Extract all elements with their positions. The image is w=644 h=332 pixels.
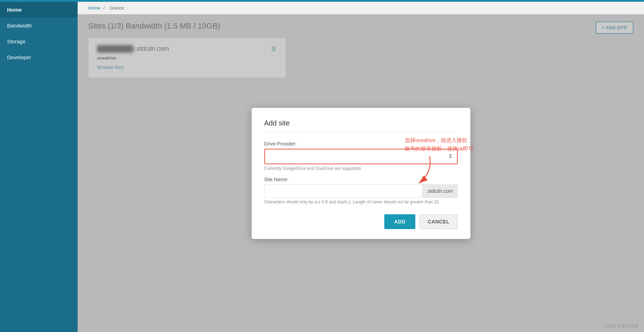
sidebar-item-home[interactable]: Home (0, 2, 78, 18)
modal-footer: ADD CANCEL (264, 214, 458, 229)
main-content: Home / Glance Sites (1/3) Bandwidth (1.5… (78, 2, 644, 332)
drive-provider-label: Drive Provider: (264, 141, 458, 147)
sidebar-item-bandwidth[interactable]: Bandwidth (0, 18, 78, 33)
sidebar-item-developer[interactable]: Developer (0, 49, 78, 65)
modal-title: Add site (264, 119, 458, 133)
site-name-label: Site Name: (264, 177, 458, 182)
drive-select-wrapper: GoogleDrive OneDrive ⇕ (264, 149, 458, 164)
site-name-input[interactable] (264, 184, 422, 198)
breadcrumb-current: Glance (110, 5, 124, 11)
cancel-button[interactable]: CANCEL (420, 214, 457, 229)
site-name-hint: Characters should only be a-z 0-9 and da… (264, 199, 458, 204)
content-area: Sites (1/3) Bandwidth (1.5 MB / 10GB) + … (78, 14, 644, 332)
site-name-suffix: .stdcdn.com (422, 184, 457, 198)
sidebar: Home Bandwidth Storage Developer (0, 2, 78, 332)
modal-overlay: Add site 选择onedrive，就进入微软 账号的登录授权，选择ok即可 (78, 14, 644, 332)
drive-provider-hint: Currently GoogleDrive and OneDrive are s… (264, 166, 458, 171)
add-site-modal: Add site 选择onedrive，就进入微软 账号的登录授权，选择ok即可 (252, 108, 470, 239)
breadcrumb-home[interactable]: Home (88, 5, 101, 11)
site-name-input-row: .stdcdn.com (264, 184, 458, 198)
add-button[interactable]: ADD (384, 214, 415, 229)
header: Home / Glance (78, 2, 644, 14)
drive-provider-select[interactable]: GoogleDrive OneDrive (265, 149, 457, 164)
breadcrumb-separator: / (103, 5, 105, 11)
drive-provider-group: Drive Provider: GoogleDrive OneDrive ⇕ C… (264, 141, 458, 171)
site-name-group: Site Name: .stdcdn.com Characters should… (264, 177, 458, 204)
sidebar-item-storage[interactable]: Storage (0, 33, 78, 49)
breadcrumb: Home / Glance (88, 5, 633, 11)
